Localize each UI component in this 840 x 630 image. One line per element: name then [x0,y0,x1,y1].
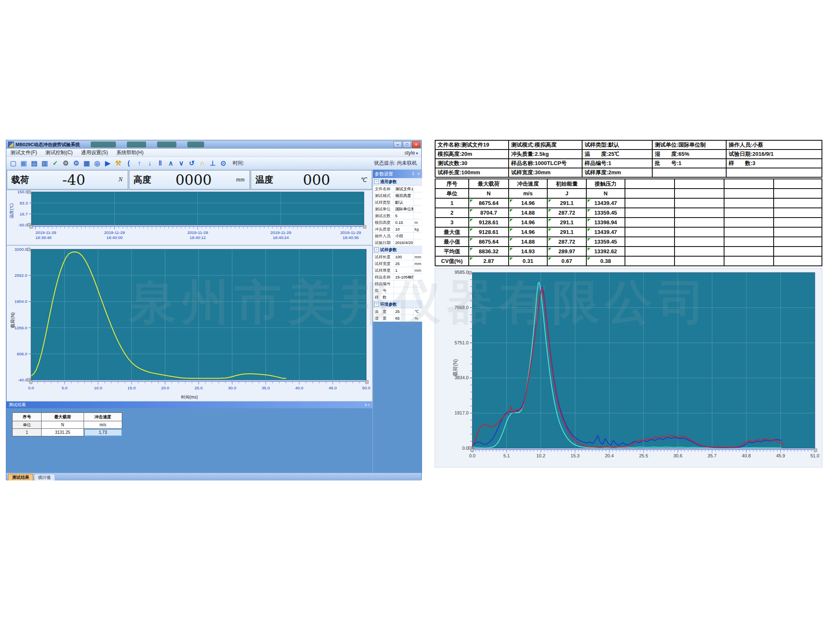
close-button[interactable]: × [412,141,420,148]
report-cell [675,189,724,198]
down-chevron-icon[interactable]: ∨ [176,158,186,169]
param-group-试样参数[interactable]: −试样参数 [373,246,422,254]
param-value-field[interactable] [394,294,414,300]
x-tick-label: 30.6 [673,453,682,458]
press-icon[interactable]: ⊥ [207,158,218,169]
info-grid-cell: 批 号:1 [652,159,726,168]
param-label: 样 数 [373,294,394,300]
pin-icon[interactable]: ↧ [412,172,416,176]
x-axis-handle [471,449,474,452]
param-value-field[interactable]: 1 [394,267,414,273]
settings-gear-icon[interactable]: ⚙ [60,158,71,169]
info-grid-row: 试样长度:100mm试样宽度:30mm试样厚度:2mm [435,168,822,177]
results-unit-cell: m/s [84,421,122,429]
param-value-field[interactable]: 0.15 [394,219,414,226]
y-tick-label: 5751.0 [454,340,468,345]
panel-close-icon[interactable]: × [368,403,370,407]
raise-arrow-icon[interactable]: ↑ [134,158,144,169]
collapse-icon[interactable]: − [374,247,379,252]
report-cell [675,247,724,256]
param-label: 测试模式 [373,192,394,199]
drop-arrow-icon[interactable]: ↓ [144,158,155,169]
arc-icon[interactable]: ( [123,158,134,169]
param-value-field[interactable]: 5 [394,213,414,219]
panel-menu-icon[interactable]: ▾ [365,403,367,407]
start-test-icon[interactable]: ▶ [102,158,113,169]
y-axis-handle [28,191,31,194]
report-cell [625,208,675,218]
save-all-icon[interactable]: ▥ [39,158,50,169]
info-grid-row: 测试次数:30样品名称:1000TLCP号样品编号:1批 号:1样 数:3 [435,159,822,168]
menu-item-通用设置(S)[interactable]: 通用设置(S) [77,149,112,156]
param-value-field[interactable]: 10 [394,226,414,232]
param-group-通用参数[interactable]: −通用参数 [373,178,422,186]
device-check-icon[interactable]: ✓ [50,158,60,169]
tab-统计值[interactable]: 统计值 [34,474,55,480]
x-tick-line: 18:40:36 [343,235,359,240]
param-value-field[interactable]: 测试文件1 [394,186,414,192]
new-file-icon[interactable]: ▢ [8,158,18,169]
param-row: 试样类型默认 [373,199,422,206]
results-unit-row: 单位Nm/s [13,421,122,429]
up-chevron-icon[interactable]: ∧ [165,158,176,169]
sidebar-header-icons[interactable]: ↧ × [412,172,420,176]
results-panel-buttons[interactable]: ▾ × [365,403,370,407]
param-value-field[interactable]: 65 [394,315,414,321]
collapse-icon[interactable]: − [374,302,379,307]
x-tick-line: 18:39:48 [35,235,52,240]
results-data-cell[interactable]: 1.73 [84,429,122,436]
report-cell: 291.1 [547,227,586,237]
menu-item-系统帮助(H)[interactable]: 系统帮助(H) [112,149,148,156]
readout-label: 高度 [134,174,151,186]
maximize-button[interactable]: □ [403,141,411,148]
param-value-field[interactable]: 25 [394,308,414,315]
minimize-button[interactable]: – [394,141,402,148]
power-icon[interactable]: ⊙ [218,158,228,169]
x-axis-handle [814,449,817,452]
y-tick-label: 150.0 [17,190,28,194]
report-cell: 9128.61 [469,218,509,227]
x-tick-line: 2019-11-29 [187,230,208,235]
report-cell [724,227,774,237]
pause-icon[interactable]: ‖ [155,158,165,169]
param-value-field[interactable]: 100 [394,254,414,260]
param-group-环境参数[interactable]: −环境参数 [373,301,422,308]
open-file-icon[interactable]: ▣ [18,158,29,169]
results-header-cell: 最大载荷 [42,413,84,421]
report-cell [774,198,822,208]
report-cell [675,227,724,237]
tab-测试结果[interactable]: 测试结果 [8,474,33,480]
y-tick-label: 1256.0 [14,326,27,330]
param-value-field[interactable]: 国际单位制 [394,206,414,212]
report-cell [724,189,774,198]
param-value-field[interactable]: 模拟高度 [394,192,414,199]
report-data-row: 平均值8836.3214.93289.9713392.62 [435,247,822,256]
param-label: 试样长度 [373,254,394,260]
close-icon[interactable]: × [417,172,420,176]
report-cell: 14.96 [509,227,547,237]
menu-item-测试文件(F)[interactable]: 测试文件(F) [6,149,41,156]
param-value-field[interactable]: 25 [394,260,414,267]
param-unit: kg [414,226,422,232]
probe-icon[interactable]: ◎ [92,158,102,169]
param-value-field[interactable]: 15-105钢丝带 [394,274,414,280]
param-value-field[interactable]: 默认 [394,199,414,205]
x-axis-handle [365,381,368,383]
data-grid-icon[interactable]: ▦ [81,158,92,169]
hammer-icon[interactable]: ⚒ [113,158,123,169]
param-value-field[interactable]: 小田 [394,233,414,239]
style-dropdown[interactable]: style [404,150,418,156]
param-value-field[interactable] [394,287,414,294]
menu-item-测试控制(C)[interactable]: 测试控制(C) [41,149,77,156]
param-row: 测试单位国际单位制 [373,206,422,213]
save-icon[interactable]: ▤ [29,158,39,169]
config-gear-icon[interactable]: ⚙ [71,158,81,169]
param-value-field[interactable]: 2016/4/20 [394,239,414,246]
param-row: 试样长度100mm [373,254,422,260]
collapse-icon[interactable]: − [374,179,379,184]
reset-icon[interactable]: ↺ [186,158,197,169]
lock-icon[interactable]: ∩ [197,158,207,169]
param-label: 试验日期 [373,239,394,246]
param-value-field[interactable] [394,281,414,287]
report-cell [724,247,774,256]
